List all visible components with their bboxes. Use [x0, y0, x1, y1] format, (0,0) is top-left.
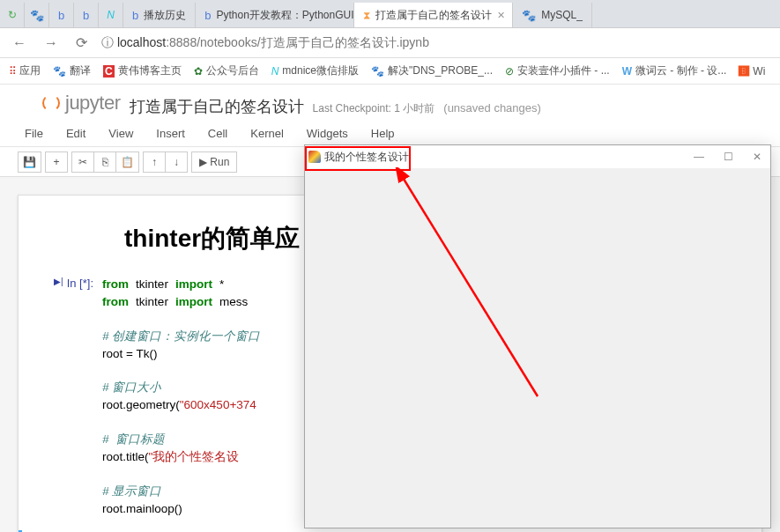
run-button[interactable]: ▶ Run — [191, 151, 237, 173]
tab-label: Python开发教程：PythonGUI图 — [216, 8, 354, 23]
bookmark-item[interactable]: C黄伟博客主页 — [103, 63, 182, 78]
jupyter-header: jupyter 打造属于自己的签名设计 Last Checkpoint: 1 小… — [0, 85, 780, 121]
bookmark-item[interactable]: 🅱Wi — [739, 65, 765, 78]
copy-icon: ⎘ — [102, 156, 108, 168]
pinned-tab[interactable]: 🐾 — [25, 3, 49, 27]
move-down-button[interactable]: ↓ — [165, 151, 188, 173]
bookmark-item[interactable]: Nmdnice微信排版 — [271, 63, 359, 78]
apps-button[interactable]: ⠿应用 — [9, 63, 41, 78]
bookmark-item[interactable]: 🐾翻译 — [53, 63, 91, 78]
run-cell-icon[interactable]: ▶| — [54, 277, 63, 286]
run-icon: ▶ — [199, 156, 207, 168]
tk-title-bar[interactable]: 我的个性签名设计 — ☐ ✕ — [305, 145, 770, 168]
tab-signature-design[interactable]: ⧗打造属于自己的签名设计✕ — [354, 3, 513, 27]
bookmark-item[interactable]: ✿公众号后台 — [194, 63, 259, 78]
menu-bar: File Edit View Insert Cell Kernel Widget… — [0, 121, 780, 147]
url-display[interactable]: ⓘ localhost:8888/notebooks/打造属于自己的签名设计.i… — [101, 35, 429, 51]
info-icon: ⓘ — [101, 35, 114, 49]
paste-button[interactable]: 📋 — [115, 151, 139, 173]
tkinter-window[interactable]: 我的个性签名设计 — ☐ ✕ — [304, 144, 771, 528]
menu-edit[interactable]: Edit — [66, 127, 85, 140]
pinned-tab[interactable]: b — [74, 3, 99, 27]
tab-label: 打造属于自己的签名设计 — [375, 8, 492, 23]
bookmark-item[interactable]: 🐾解决"DNS_PROBE_... — [371, 63, 493, 78]
cut-button[interactable]: ✂ — [71, 151, 94, 173]
save-button[interactable]: 💾 — [18, 151, 41, 173]
unsaved-label: (unsaved changes) — [443, 101, 541, 115]
move-up-button[interactable]: ↑ — [143, 151, 166, 173]
menu-widgets[interactable]: Widgets — [307, 127, 348, 140]
pinned-tab[interactable]: ↻ — [0, 3, 25, 27]
forward-button[interactable]: → — [41, 33, 62, 53]
down-icon: ↓ — [174, 156, 179, 168]
code-content[interactable]: from tkinter import * from tkinter impor… — [102, 277, 260, 518]
save-icon: 💾 — [23, 156, 36, 168]
menu-help[interactable]: Help — [371, 127, 395, 140]
paste-icon: 📋 — [121, 156, 134, 168]
checkpoint-info: Last Checkpoint: 1 小时前 — [313, 101, 435, 116]
maximize-button[interactable]: ☐ — [718, 149, 739, 165]
browser-tab-bar: ↻ 🐾 b b N b播放历史 bPython开发教程：PythonGUI图✕ … — [0, 0, 780, 28]
tab-label: 播放历史 — [144, 8, 186, 23]
url-bar: ← → ⟳ ⓘ localhost:8888/notebooks/打造属于自己的… — [0, 28, 780, 58]
menu-view[interactable]: View — [108, 127, 133, 140]
add-cell-button[interactable]: + — [45, 151, 68, 173]
tab-label: MySQL_ — [541, 9, 583, 21]
up-icon: ↑ — [152, 156, 157, 168]
tab-python-tutorial[interactable]: bPython开发教程：PythonGUI图✕ — [196, 3, 354, 27]
notebook-title[interactable]: 打造属于自己的签名设计 — [130, 96, 304, 117]
back-button[interactable]: ← — [9, 33, 30, 53]
menu-insert[interactable]: Insert — [156, 127, 185, 140]
reload-button[interactable]: ⟳ — [72, 33, 91, 53]
tab-history[interactable]: b播放历史 — [123, 3, 196, 27]
close-icon[interactable]: ✕ — [497, 10, 505, 21]
bookmarks-bar: ⠿应用 🐾翻译 C黄伟博客主页 ✿公众号后台 Nmdnice微信排版 🐾解决"D… — [0, 58, 780, 85]
cell-prompt: ▶|In [*]: — [19, 277, 102, 518]
menu-kernel[interactable]: Kernel — [250, 127, 284, 140]
pinned-tab[interactable]: N — [99, 3, 123, 27]
menu-file[interactable]: File — [25, 127, 43, 140]
menu-cell[interactable]: Cell — [208, 127, 227, 140]
bookmark-item[interactable]: ⊘安装壹伴小插件 - ... — [505, 63, 610, 78]
plus-icon: + — [53, 156, 59, 168]
close-button[interactable]: ✕ — [747, 149, 767, 165]
tk-feather-icon — [308, 151, 321, 163]
pinned-tab[interactable]: b — [49, 3, 74, 27]
minimize-button[interactable]: — — [688, 149, 709, 165]
tab-mysql[interactable]: 🐾MySQL_ — [513, 3, 592, 27]
bookmark-item[interactable]: W微词云 - 制作 - 设... — [622, 63, 727, 78]
tk-window-title: 我的个性签名设计 — [324, 150, 409, 165]
cut-icon: ✂ — [78, 156, 87, 168]
copy-button[interactable]: ⎘ — [93, 151, 116, 173]
jupyter-logo[interactable]: jupyter — [42, 92, 121, 115]
